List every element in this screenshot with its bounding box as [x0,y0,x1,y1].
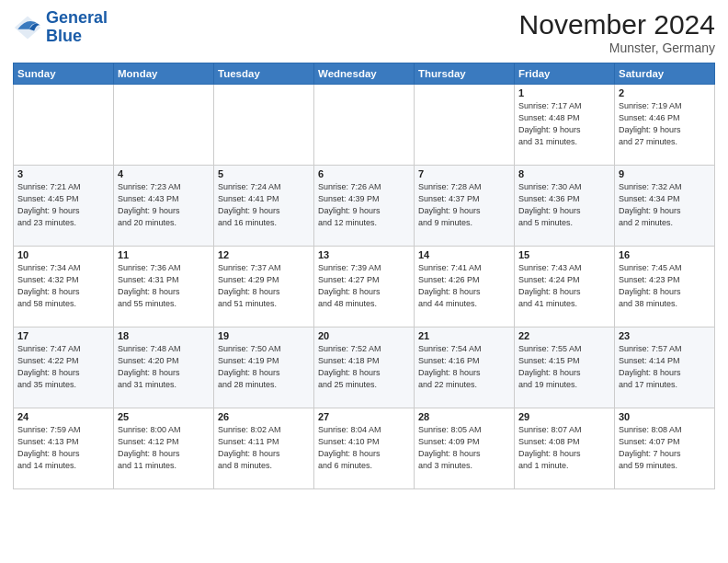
day-number: 13 [318,249,410,260]
day-number: 23 [619,330,711,341]
day-info: Sunrise: 7:52 AMSunset: 4:18 PMDaylight:… [318,343,410,391]
calendar-cell: 1Sunrise: 7:17 AMSunset: 4:48 PMDaylight… [515,85,615,166]
header: General Blue November 2024 Munster, Germ… [13,9,715,55]
day-number: 5 [218,168,310,179]
day-info: Sunrise: 7:57 AMSunset: 4:14 PMDaylight:… [619,343,711,391]
calendar-cell: 15Sunrise: 7:43 AMSunset: 4:24 PMDayligh… [515,247,615,327]
day-number: 7 [418,168,510,179]
day-info: Sunrise: 7:24 AMSunset: 4:41 PMDaylight:… [218,181,310,229]
day-number: 2 [619,87,711,98]
day-info: Sunrise: 8:00 AMSunset: 4:12 PMDaylight:… [118,424,210,472]
day-info: Sunrise: 7:41 AMSunset: 4:26 PMDaylight:… [418,262,510,310]
day-number: 10 [17,249,109,260]
day-info: Sunrise: 7:37 AMSunset: 4:29 PMDaylight:… [218,262,310,310]
calendar-cell: 20Sunrise: 7:52 AMSunset: 4:18 PMDayligh… [314,327,415,408]
day-number: 18 [118,330,210,341]
calendar-week-row: 24Sunrise: 7:59 AMSunset: 4:13 PMDayligh… [14,408,715,489]
day-info: Sunrise: 7:34 AMSunset: 4:32 PMDaylight:… [17,262,109,310]
calendar-cell: 6Sunrise: 7:26 AMSunset: 4:39 PMDaylight… [314,166,415,247]
weekday-header: Saturday [615,63,715,85]
day-number: 27 [318,411,410,422]
day-number: 25 [118,411,210,422]
day-number: 12 [218,249,310,260]
day-info: Sunrise: 8:07 AMSunset: 4:08 PMDaylight:… [518,424,610,472]
calendar-cell [114,85,214,166]
day-number: 19 [218,330,310,341]
calendar-cell: 19Sunrise: 7:50 AMSunset: 4:19 PMDayligh… [214,327,314,408]
calendar-cell: 5Sunrise: 7:24 AMSunset: 4:41 PMDaylight… [214,166,314,247]
day-number: 28 [418,411,510,422]
day-number: 22 [518,330,610,341]
day-info: Sunrise: 7:39 AMSunset: 4:27 PMDaylight:… [318,262,410,310]
logo-icon [13,13,42,42]
logo-line2: Blue [46,28,108,46]
day-info: Sunrise: 7:50 AMSunset: 4:19 PMDaylight:… [218,343,310,391]
calendar-cell: 23Sunrise: 7:57 AMSunset: 4:14 PMDayligh… [615,327,715,408]
calendar-week-row: 1Sunrise: 7:17 AMSunset: 4:48 PMDaylight… [14,85,715,166]
calendar-cell: 21Sunrise: 7:54 AMSunset: 4:16 PMDayligh… [415,327,515,408]
calendar-cell: 29Sunrise: 8:07 AMSunset: 4:08 PMDayligh… [515,408,615,489]
day-info: Sunrise: 8:05 AMSunset: 4:09 PMDaylight:… [418,424,510,472]
calendar: SundayMondayTuesdayWednesdayThursdayFrid… [13,63,715,489]
day-info: Sunrise: 8:02 AMSunset: 4:11 PMDaylight:… [218,424,310,472]
calendar-cell: 14Sunrise: 7:41 AMSunset: 4:26 PMDayligh… [415,247,515,327]
calendar-cell: 10Sunrise: 7:34 AMSunset: 4:32 PMDayligh… [14,247,114,327]
calendar-cell: 4Sunrise: 7:23 AMSunset: 4:43 PMDaylight… [114,166,214,247]
day-info: Sunrise: 7:28 AMSunset: 4:37 PMDaylight:… [418,181,510,229]
day-info: Sunrise: 7:48 AMSunset: 4:20 PMDaylight:… [118,343,210,391]
title-block: November 2024 Munster, Germany [519,9,715,55]
day-number: 30 [619,411,711,422]
day-info: Sunrise: 7:30 AMSunset: 4:36 PMDaylight:… [518,181,610,229]
calendar-cell: 16Sunrise: 7:45 AMSunset: 4:23 PMDayligh… [615,247,715,327]
day-number: 8 [518,168,610,179]
calendar-cell: 9Sunrise: 7:32 AMSunset: 4:34 PMDaylight… [615,166,715,247]
day-number: 29 [518,411,610,422]
calendar-cell: 25Sunrise: 8:00 AMSunset: 4:12 PMDayligh… [114,408,214,489]
calendar-cell [14,85,114,166]
day-info: Sunrise: 7:32 AMSunset: 4:34 PMDaylight:… [619,181,711,229]
day-info: Sunrise: 7:23 AMSunset: 4:43 PMDaylight:… [118,181,210,229]
calendar-week-row: 17Sunrise: 7:47 AMSunset: 4:22 PMDayligh… [14,327,715,408]
calendar-cell: 7Sunrise: 7:28 AMSunset: 4:37 PMDaylight… [415,166,515,247]
day-number: 26 [218,411,310,422]
day-info: Sunrise: 7:43 AMSunset: 4:24 PMDaylight:… [518,262,610,310]
calendar-cell: 11Sunrise: 7:36 AMSunset: 4:31 PMDayligh… [114,247,214,327]
day-info: Sunrise: 7:26 AMSunset: 4:39 PMDaylight:… [318,181,410,229]
day-number: 16 [619,249,711,260]
calendar-cell: 3Sunrise: 7:21 AMSunset: 4:45 PMDaylight… [14,166,114,247]
calendar-cell: 26Sunrise: 8:02 AMSunset: 4:11 PMDayligh… [214,408,314,489]
calendar-cell: 2Sunrise: 7:19 AMSunset: 4:46 PMDaylight… [615,85,715,166]
weekday-header: Sunday [14,63,114,85]
day-info: Sunrise: 7:55 AMSunset: 4:15 PMDaylight:… [518,343,610,391]
day-number: 17 [17,330,109,341]
weekday-header: Monday [114,63,214,85]
calendar-cell: 22Sunrise: 7:55 AMSunset: 4:15 PMDayligh… [515,327,615,408]
calendar-week-row: 10Sunrise: 7:34 AMSunset: 4:32 PMDayligh… [14,247,715,327]
page: General Blue November 2024 Munster, Germ… [0,0,728,563]
weekday-header: Tuesday [214,63,314,85]
day-number: 3 [17,168,109,179]
logo: General Blue [13,9,108,46]
day-info: Sunrise: 7:45 AMSunset: 4:23 PMDaylight:… [619,262,711,310]
day-info: Sunrise: 7:54 AMSunset: 4:16 PMDaylight:… [418,343,510,391]
calendar-week-row: 3Sunrise: 7:21 AMSunset: 4:45 PMDaylight… [14,166,715,247]
day-number: 21 [418,330,510,341]
calendar-cell: 17Sunrise: 7:47 AMSunset: 4:22 PMDayligh… [14,327,114,408]
weekday-header: Thursday [415,63,515,85]
calendar-cell: 13Sunrise: 7:39 AMSunset: 4:27 PMDayligh… [314,247,415,327]
day-info: Sunrise: 7:36 AMSunset: 4:31 PMDaylight:… [118,262,210,310]
calendar-cell: 28Sunrise: 8:05 AMSunset: 4:09 PMDayligh… [415,408,515,489]
calendar-cell: 27Sunrise: 8:04 AMSunset: 4:10 PMDayligh… [314,408,415,489]
day-info: Sunrise: 8:04 AMSunset: 4:10 PMDaylight:… [318,424,410,472]
month-title: November 2024 [519,9,715,40]
calendar-cell: 24Sunrise: 7:59 AMSunset: 4:13 PMDayligh… [14,408,114,489]
day-info: Sunrise: 7:19 AMSunset: 4:46 PMDaylight:… [619,100,711,148]
day-info: Sunrise: 7:59 AMSunset: 4:13 PMDaylight:… [17,424,109,472]
day-info: Sunrise: 7:47 AMSunset: 4:22 PMDaylight:… [17,343,109,391]
logo-line1: General [46,9,108,28]
day-number: 6 [318,168,410,179]
day-number: 11 [118,249,210,260]
day-number: 20 [318,330,410,341]
calendar-header-row: SundayMondayTuesdayWednesdayThursdayFrid… [14,63,715,85]
weekday-header: Wednesday [314,63,415,85]
